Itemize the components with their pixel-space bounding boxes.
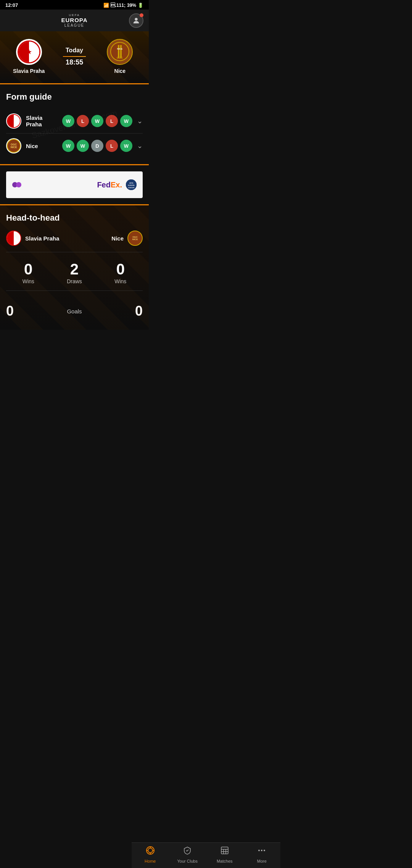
svg-text:LEAGUE: LEAGUE [128, 187, 135, 189]
h2h-away-wins-label: Wins [114, 278, 126, 284]
bottom-spacer [0, 330, 149, 360]
h2h-title: Head-to-head [6, 213, 143, 223]
h2h-home-wins-label: Wins [23, 278, 34, 284]
form-guide-title: Form guide [6, 92, 143, 102]
h2h-goals-label: Goals [67, 308, 82, 315]
form-results-nice: W W D L W [62, 140, 132, 152]
match-hero: ★ Slavia Praha Today 18:55 OGC NICE Nice [0, 31, 149, 83]
match-center: Today 18:55 [52, 47, 97, 66]
svg-point-0 [135, 18, 137, 20]
wifi-icon: 📶 [103, 3, 109, 8]
away-team-badge: OGC NICE [107, 39, 133, 65]
europa-logo-small: UEFA EUROPA LEAGUE [126, 179, 137, 190]
match-day: Today [66, 47, 83, 54]
status-icons: 📶 .111; 39% 🔋 [103, 3, 143, 8]
h2h-away-name: Nice [111, 235, 124, 242]
nice-chevron-icon[interactable]: ⌄ [137, 142, 143, 150]
home-team-name: Slavia Praha [13, 68, 45, 74]
app-header: UEFA EUROPA LEAGUE [0, 10, 149, 31]
battery-text: 39% [127, 3, 136, 8]
circle2 [16, 182, 21, 187]
form-guide-section: Form guide Slavia Praha W L W L W ⌄ OGCN… [0, 83, 149, 164]
ad-banner[interactable]: FedEx. UEFA EUROPA LEAGUE [6, 171, 143, 198]
result-nice-w1: W [62, 140, 74, 152]
h2h-home-team: Slavia Praha [6, 231, 59, 246]
nice-badge-svg: OGC NICE [110, 42, 129, 61]
status-time: 12:07 [5, 2, 18, 8]
h2h-draws-num: 2 [70, 261, 79, 277]
h2h-home-name: Slavia Praha [25, 235, 59, 242]
result-w3: W [120, 115, 132, 127]
form-row-nice[interactable]: OGCNICE Nice W W D L W ⌄ [6, 134, 143, 158]
h2h-away-wins: 0 Wins [114, 261, 126, 284]
league-name: EUROPA [61, 17, 87, 23]
result-l1: L [77, 115, 89, 127]
signal-icon: .111; [111, 3, 126, 8]
result-w1: W [62, 115, 74, 127]
h2h-goals: 0 Goals 0 [6, 298, 143, 324]
form-badge-slavia [6, 113, 21, 129]
form-row-slavia[interactable]: Slavia Praha W L W L W ⌄ [6, 109, 143, 134]
avatar-button[interactable] [129, 13, 143, 28]
away-team-name: Nice [114, 68, 126, 74]
head-to-head-section: Head-to-head Slavia Praha Nice OGCNICE 0… [0, 204, 149, 330]
result-nice-w2: W [77, 140, 89, 152]
uefa-text: UEFA [69, 13, 80, 17]
form-badge-nice: OGCNICE [6, 138, 21, 153]
result-nice-d1: D [91, 140, 103, 152]
user-icon [132, 16, 140, 25]
home-team-badge: ★ [16, 39, 42, 65]
svg-text:UEFA: UEFA [129, 182, 134, 184]
fedex-logo: FedEx. [97, 181, 122, 189]
h2h-home-wins: 0 Wins [23, 261, 34, 284]
notification-dot [140, 13, 143, 17]
slavia-chevron-icon[interactable]: ⌄ [137, 117, 143, 125]
svg-text:EUROPA: EUROPA [128, 184, 135, 186]
nice-badge-inner: OGC NICE [110, 42, 129, 62]
away-team-info: OGC NICE Nice [97, 39, 143, 74]
svg-text:OGC: OGC [117, 56, 123, 59]
header-logo: UEFA EUROPA LEAGUE [61, 13, 87, 27]
ad-left [12, 182, 21, 187]
ad-right: FedEx. UEFA EUROPA LEAGUE [97, 179, 137, 190]
h2h-away-wins-num: 0 [116, 261, 125, 277]
status-bar: 12:07 📶 .111; 39% 🔋 [0, 0, 149, 10]
form-results-slavia: W L W L W [62, 115, 132, 127]
home-team-info: ★ Slavia Praha [6, 39, 52, 74]
svg-rect-3 [120, 45, 122, 58]
form-name-slavia: Slavia Praha [26, 115, 58, 127]
h2h-away-goals: 0 [135, 303, 143, 319]
h2h-home-goals: 0 [6, 303, 14, 319]
europa-icon: UEFA EUROPA LEAGUE [126, 179, 137, 190]
result-w2: W [91, 115, 103, 127]
league-sub: LEAGUE [64, 23, 85, 27]
battery-icon: 🔋 [138, 3, 143, 8]
h2h-draws: 2 Draws [67, 261, 82, 284]
h2h-teams: Slavia Praha Nice OGCNICE [6, 231, 143, 252]
svg-text:NICE: NICE [117, 48, 122, 50]
h2h-home-wins-num: 0 [24, 261, 32, 277]
purple-circles-icon [12, 182, 21, 187]
h2h-draws-label: Draws [67, 278, 82, 284]
form-name-nice: Nice [26, 143, 58, 149]
time-underline [63, 56, 86, 57]
result-l2: L [106, 115, 118, 127]
result-nice-l1: L [106, 140, 118, 152]
result-nice-w3: W [120, 140, 132, 152]
svg-rect-2 [118, 45, 119, 58]
h2h-stats: 0 Wins 2 Draws 0 Wins [6, 261, 143, 291]
match-time: 18:55 [66, 58, 83, 66]
h2h-away-team: Nice OGCNICE [111, 231, 143, 246]
ad-section: FedEx. UEFA EUROPA LEAGUE [0, 164, 149, 204]
slavia-star: ★ [26, 48, 32, 56]
